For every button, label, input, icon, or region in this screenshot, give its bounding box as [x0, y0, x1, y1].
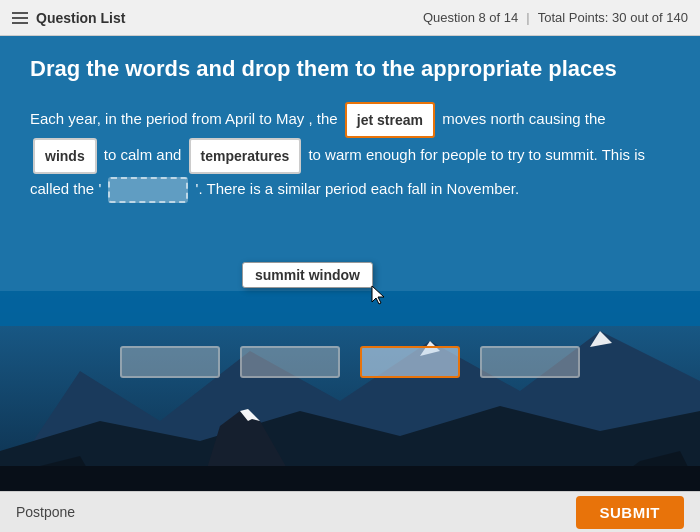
drop-zone-summit[interactable]	[108, 177, 188, 203]
filled-word-winds[interactable]: winds	[33, 138, 97, 174]
word-bank	[0, 336, 700, 388]
submit-button[interactable]: SUBMIT	[576, 496, 685, 529]
tooltip-text: summit window	[255, 267, 360, 283]
header-divider: |	[526, 10, 529, 25]
question-title: Drag the words and drop them to the appr…	[30, 56, 670, 82]
postpone-button[interactable]: Postpone	[16, 504, 75, 520]
word-bank-item-2[interactable]	[240, 346, 340, 378]
hamburger-icon[interactable]	[12, 12, 28, 24]
footer: Postpone SUBMIT	[0, 491, 700, 532]
filled-word-jet-stream[interactable]: jet stream	[345, 102, 435, 138]
word-bank-item-4[interactable]	[480, 346, 580, 378]
total-points: Total Points: 30 out of 140	[538, 10, 688, 25]
text-part-3: to calm and	[104, 146, 186, 163]
question-progress: Question 8 of 14	[423, 10, 518, 25]
dragged-word-tooltip[interactable]: summit window	[242, 262, 373, 288]
main-content: Drag the words and drop them to the appr…	[0, 36, 700, 491]
filled-word-temperatures[interactable]: temperatures	[189, 138, 302, 174]
svg-marker-10	[0, 466, 700, 491]
header-left: Question List	[12, 10, 125, 26]
word-bank-item-3[interactable]	[360, 346, 460, 378]
text-part-1: Each year, in the period from April to M…	[30, 110, 342, 127]
question-list-label[interactable]: Question List	[36, 10, 125, 26]
word-bank-item-1[interactable]	[120, 346, 220, 378]
text-part-5: '. There is a similar period each fall i…	[196, 180, 520, 197]
header-right: Question 8 of 14 | Total Points: 30 out …	[423, 10, 688, 25]
question-body: Each year, in the period from April to M…	[30, 102, 670, 204]
text-part-2: moves north causing the	[442, 110, 605, 127]
cursor-icon	[368, 284, 388, 308]
header: Question List Question 8 of 14 | Total P…	[0, 0, 700, 36]
